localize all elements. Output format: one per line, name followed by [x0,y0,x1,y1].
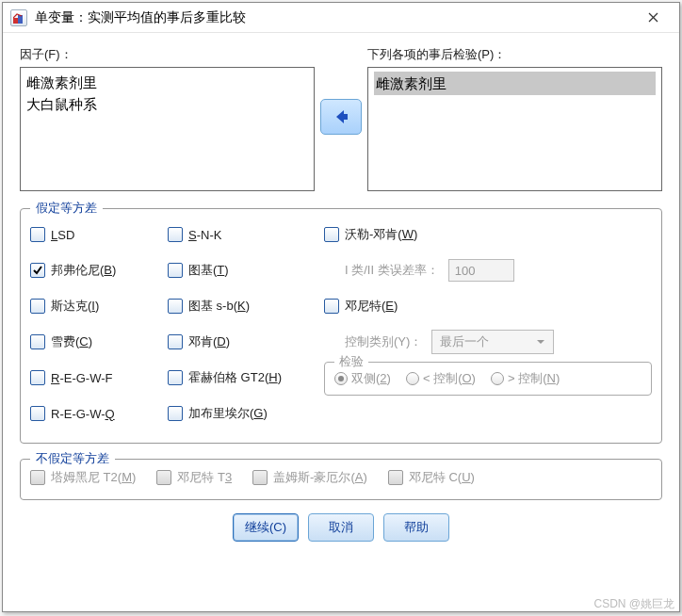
tukey-checkbox[interactable] [168,263,183,278]
two-sided-radio [334,372,348,385]
checkbox-label: LSD [51,228,74,242]
group-legend: 假定等方差 [30,200,103,217]
close-icon [648,12,658,23]
svg-rect-1 [18,15,23,24]
dunnettc-checkbox [388,470,403,485]
checkbox-label: 斯达克(I) [51,298,99,315]
control-cat-label: 控制类别(Y)： [345,333,422,350]
posthoc-listbox[interactable]: 雌激素剂里 [367,67,662,191]
gt-control-radio [491,372,504,385]
snk-checkbox[interactable] [168,227,183,242]
factor-label: 因子(F)： [20,46,315,63]
tamhane-checkbox [30,470,45,485]
cancel-button[interactable]: 取消 [308,513,374,542]
error-ratio-input [448,259,514,282]
posthoc-label: 下列各项的事后检验(P)： [367,46,662,63]
scheffe-checkbox[interactable] [30,334,45,349]
checkbox-label: 邓尼特(E) [345,298,398,315]
waller-checkbox[interactable] [324,227,339,242]
checkbox-label: 邦弗伦尼(B) [51,262,116,279]
subgroup-legend: 检验 [334,353,368,370]
dunnett-checkbox[interactable] [324,299,339,314]
list-item[interactable]: 大白鼠种系 [26,93,308,115]
app-icon [10,9,27,26]
gt2-checkbox[interactable] [168,370,183,385]
sidak-checkbox[interactable] [30,299,45,314]
checkbox-label: R-E-G-W-F [51,371,112,385]
arrow-left-icon [332,107,350,126]
svg-rect-0 [13,18,18,24]
tukeyb-checkbox[interactable] [168,299,183,314]
checkbox-label: 加布里埃尔(G) [188,405,268,422]
duncan-checkbox[interactable] [168,334,183,349]
title-bar: 单变量：实测平均值的事后多重比较 [3,3,679,33]
checkbox-label: 雪费(C) [51,333,92,350]
checkbox-label: 霍赫伯格 GT2(H) [188,369,282,386]
move-left-button[interactable] [320,99,362,135]
radio-label: > 控制(N) [508,370,560,387]
equal-variance-group: 假定等方差 LSD 邦弗伦尼(B) 斯达克(I) 雪费(C) R-E-G-W-F… [20,208,662,444]
error-ratio-label: I 类/II 类误差率： [345,262,439,279]
lsd-checkbox[interactable] [30,227,45,242]
checkbox-label: 邓尼特 T3 [177,469,232,486]
list-item[interactable]: 雌激素剂里 [26,72,308,93]
control-cat-select: 最后一个 [431,330,554,354]
regwf-checkbox[interactable] [30,370,45,385]
checkbox-label: S-N-K [188,228,221,242]
factor-listbox[interactable]: 雌激素剂里 大白鼠种系 [20,67,315,191]
unequal-variance-group: 不假定等方差 塔姆黑尼 T2(M) 邓尼特 T3 盖姆斯-豪厄尔(A) 邓尼特 … [20,459,662,500]
checkbox-label: 邓尼特 C(U) [409,469,475,486]
checkbox-label: R-E-G-W-Q [51,407,115,421]
checkbox-label: 图基 s-b(K) [188,298,250,315]
chevron-down-icon [536,337,545,347]
checkbox-label: 邓肯(D) [188,333,230,350]
dialog-window: 单变量：实测平均值的事后多重比较 因子(F)： 雌激素剂里 大白鼠种系 下列各项… [2,2,680,612]
gabriel-checkbox[interactable] [168,406,183,421]
radio-label: < 控制(O) [423,370,476,387]
watermark: CSDN @姚巨龙 [593,596,674,612]
list-item[interactable]: 雌激素剂里 [374,72,656,95]
games-howell-checkbox [252,470,268,485]
lt-control-radio [406,372,419,385]
radio-label: 双侧(2) [351,370,391,387]
help-button[interactable]: 帮助 [383,513,449,542]
close-button[interactable] [634,5,672,31]
checkbox-label: 盖姆斯-豪厄尔(A) [273,469,367,486]
continue-button[interactable]: 继续(C) [233,513,299,542]
window-title: 单变量：实测平均值的事后多重比较 [35,9,634,26]
regwq-checkbox[interactable] [30,406,45,421]
bonferroni-checkbox[interactable] [30,263,45,278]
test-subgroup: 检验 双侧(2) < 控制(O) > 控制(N) [324,362,652,396]
checkbox-label: 沃勒-邓肯(W) [345,226,417,243]
checkbox-label: 图基(T) [188,262,229,279]
dunnettt3-checkbox [156,470,171,485]
group-legend: 不假定等方差 [30,450,115,467]
checkbox-label: 塔姆黑尼 T2(M) [51,469,136,486]
